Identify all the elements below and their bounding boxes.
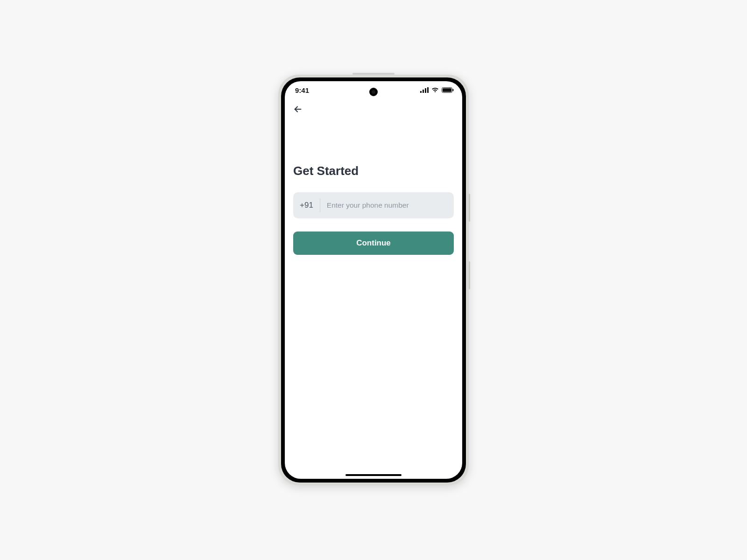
- device-side-button: [469, 194, 470, 222]
- back-button[interactable]: [291, 103, 304, 116]
- phone-field[interactable]: +91: [293, 192, 454, 218]
- device-side-button: [469, 261, 470, 289]
- page-title: Get Started: [293, 164, 454, 178]
- country-code[interactable]: +91: [300, 198, 320, 212]
- svg-rect-3: [427, 87, 429, 93]
- svg-rect-0: [420, 91, 422, 93]
- gesture-bar[interactable]: [345, 474, 402, 476]
- svg-rect-2: [425, 88, 426, 93]
- status-right: [420, 87, 454, 93]
- device-top-speaker: [352, 73, 395, 75]
- svg-rect-1: [423, 90, 424, 93]
- device-inner-frame: 9:41: [281, 77, 466, 483]
- continue-button[interactable]: Continue: [293, 231, 454, 255]
- arrow-left-icon: [293, 104, 303, 114]
- svg-rect-5: [443, 88, 451, 92]
- screen: 9:41: [285, 81, 462, 479]
- wifi-icon: [431, 87, 439, 93]
- phone-input[interactable]: [320, 201, 447, 210]
- battery-icon: [442, 87, 454, 93]
- camera-punch-hole: [369, 88, 378, 96]
- content-area: Get Started +91 Continue: [285, 119, 462, 255]
- nav-bar: [285, 99, 462, 119]
- device-frame: 9:41: [278, 75, 469, 485]
- status-time: 9:41: [295, 86, 309, 94]
- cellular-signal-icon: [420, 87, 429, 93]
- svg-rect-6: [453, 89, 454, 91]
